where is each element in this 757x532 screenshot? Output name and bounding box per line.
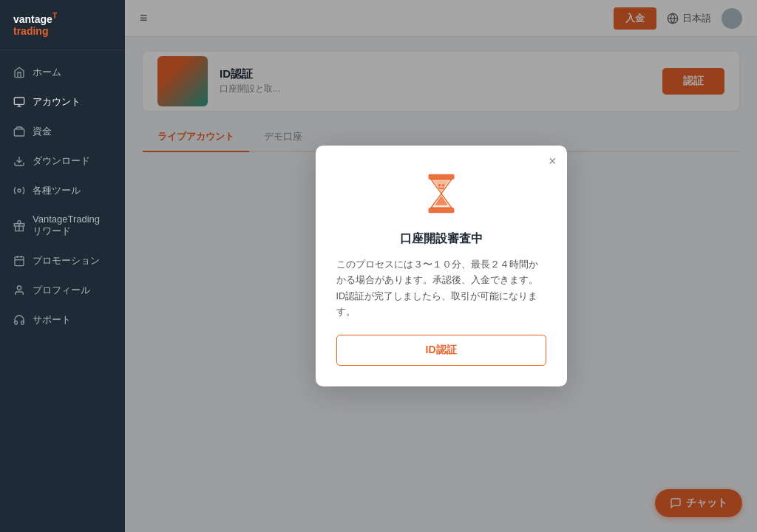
svg-point-16 <box>441 184 444 187</box>
sidebar-item-download[interactable]: ダウンロード <box>0 146 125 176</box>
sidebar-item-label: アカウント <box>33 95 81 109</box>
modal-description: このプロセスには３〜１０分、最長２４時間かかる場合があります。承認後、入金できま… <box>336 257 546 320</box>
brand-line2: trading <box>13 25 48 37</box>
modal-close-button[interactable]: × <box>549 154 557 168</box>
modal-icon-area <box>336 168 546 219</box>
calendar-icon <box>13 255 25 267</box>
sidebar-item-label: VantageTrading リワード <box>33 214 112 238</box>
svg-point-10 <box>17 286 21 290</box>
gift-icon <box>13 220 25 232</box>
modal-overlay: × <box>125 0 757 532</box>
sidebar-item-label: ダウンロード <box>33 154 90 168</box>
home-icon <box>13 66 25 78</box>
sidebar-item-account[interactable]: アカウント <box>0 87 125 117</box>
main-content: ≡ 入金 日本語 ID認証 口座開設と取... 認証 <box>125 0 757 532</box>
svg-point-15 <box>438 184 441 187</box>
svg-rect-14 <box>428 208 454 213</box>
hourglass-icon <box>415 168 467 219</box>
sidebar-item-support[interactable]: サポート <box>0 305 125 335</box>
sidebar-item-funds[interactable]: 資金 <box>0 117 125 146</box>
sidebar-item-label: プロフィール <box>33 284 90 297</box>
sidebar-item-label: 各種ツール <box>33 184 81 197</box>
sidebar-item-label: 資金 <box>33 125 52 138</box>
svg-rect-0 <box>14 98 24 104</box>
brand-superscript: T <box>52 12 57 20</box>
modal-dialog: × <box>316 146 567 386</box>
sidebar-item-tools[interactable]: 各種ツール <box>0 176 125 205</box>
svg-rect-13 <box>428 174 454 180</box>
person-icon <box>13 284 25 296</box>
sidebar-item-label: ホーム <box>33 66 61 79</box>
tools-icon <box>13 185 25 197</box>
id-verify-button[interactable]: ID認証 <box>336 335 546 366</box>
modal-title: 口座開設審査中 <box>336 231 546 247</box>
sidebar-item-promotions[interactable]: プロモーション <box>0 246 125 276</box>
sidebar-item-label: プロモーション <box>33 254 100 267</box>
logo-area: vantageT trading <box>0 0 125 50</box>
sidebar: vantageT trading ホーム アカウント 資金 <box>0 0 125 532</box>
download-icon <box>13 155 25 167</box>
main-nav: ホーム アカウント 資金 ダウンロード 各種ツール <box>0 50 125 532</box>
sidebar-item-rewards[interactable]: VantageTrading リワード <box>0 205 125 246</box>
svg-rect-6 <box>15 257 24 266</box>
headset-icon <box>13 314 25 326</box>
svg-point-4 <box>18 189 21 192</box>
brand-name: vantageT trading <box>13 12 112 38</box>
sidebar-item-profile[interactable]: プロフィール <box>0 276 125 305</box>
user-icon <box>13 96 25 108</box>
wallet-icon <box>13 126 25 137</box>
sidebar-item-home[interactable]: ホーム <box>0 58 125 87</box>
sidebar-item-label: サポート <box>33 313 71 327</box>
